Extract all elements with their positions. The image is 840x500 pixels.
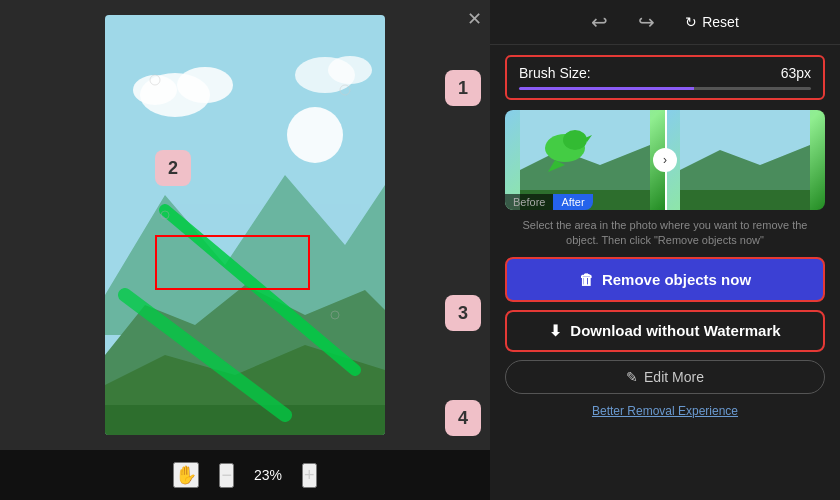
svg-point-2	[177, 67, 233, 103]
after-label: After	[553, 194, 592, 210]
zoom-out-button[interactable]: −	[219, 463, 234, 488]
step-badge-3: 3	[445, 295, 481, 331]
step-badge-1: 1	[445, 70, 481, 106]
zoom-level: 23%	[254, 467, 282, 483]
right-panel: ↩ ↪ ↻ Reset Brush Size: 63px	[490, 0, 840, 500]
step-badge-4: 4	[445, 400, 481, 436]
edit-icon: ✎	[626, 369, 638, 385]
undo-icon: ↩	[591, 10, 608, 34]
brush-slider[interactable]	[519, 87, 811, 90]
svg-point-5	[328, 56, 372, 84]
undo-button[interactable]: ↩	[591, 10, 608, 34]
better-removal-link[interactable]: Better Removal Experience	[490, 404, 840, 418]
zoom-in-button[interactable]: +	[302, 463, 317, 488]
redo-icon: ↪	[638, 10, 655, 34]
before-label: Before	[505, 194, 553, 210]
preview-container: › Before After	[505, 110, 825, 210]
svg-point-6	[287, 107, 343, 163]
reset-icon: ↻	[685, 14, 697, 30]
brush-size-value: 63px	[781, 65, 811, 81]
svg-rect-10	[105, 405, 385, 435]
left-panel: ✕ 2	[0, 0, 490, 500]
info-text: Select the area in the photo where you w…	[505, 218, 825, 249]
svg-point-21	[563, 130, 587, 150]
preview-section: › Before After	[505, 110, 825, 210]
selection-rectangle	[155, 235, 310, 290]
preview-drag-handle[interactable]: ›	[653, 148, 677, 172]
bottom-toolbar: ✋ − 23% +	[0, 450, 490, 500]
scene-illustration	[105, 15, 385, 435]
download-icon: ⬇	[549, 322, 562, 340]
hand-icon: ✋	[175, 465, 197, 485]
download-label: Download without Watermark	[570, 322, 780, 339]
hand-tool-button[interactable]: ✋	[173, 462, 199, 488]
redo-button[interactable]: ↪	[638, 10, 655, 34]
step-badge-2: 2	[155, 150, 191, 186]
remove-objects-button[interactable]: 🗑 Remove objects now	[505, 257, 825, 302]
edit-more-button[interactable]: ✎ Edit More	[505, 360, 825, 394]
edit-label: Edit More	[644, 369, 704, 385]
remove-icon: 🗑	[579, 271, 594, 288]
close-icon: ✕	[467, 9, 482, 29]
reset-button[interactable]: ↻ Reset	[685, 14, 739, 30]
action-bar: ↩ ↪ ↻ Reset	[490, 0, 840, 45]
brush-size-section: Brush Size: 63px	[505, 55, 825, 100]
reset-label: Reset	[702, 14, 739, 30]
canvas-area[interactable]	[105, 15, 385, 435]
svg-point-3	[133, 75, 177, 105]
download-button[interactable]: ⬇ Download without Watermark	[505, 310, 825, 352]
remove-label: Remove objects now	[602, 271, 751, 288]
close-button[interactable]: ✕	[467, 8, 482, 30]
minus-icon: −	[221, 465, 232, 485]
brush-size-label: Brush Size:	[519, 65, 591, 81]
plus-icon: +	[304, 465, 315, 485]
